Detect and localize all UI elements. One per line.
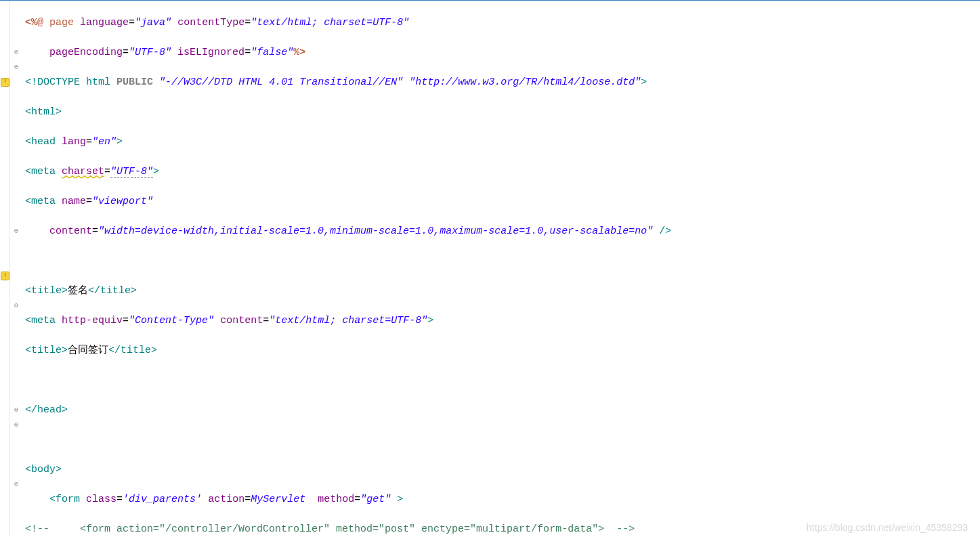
doctype-html: html: [86, 77, 110, 88]
tag-body: body: [31, 464, 56, 475]
val-meta-content: "text/html; charset=UTF-8": [269, 315, 427, 326]
val-viewport: "viewport": [92, 196, 153, 207]
val-language: "java": [135, 17, 171, 28]
warning-icon: !: [1, 78, 9, 87]
fold-icon[interactable]: ⊖: [12, 302, 20, 310]
attr-action: action: [208, 494, 244, 505]
fold-icon[interactable]: ⊖: [12, 406, 20, 414]
attr-httpequiv: http-equiv: [62, 315, 123, 326]
attr-content: content: [220, 315, 263, 326]
val-action: MyServlet: [251, 494, 305, 505]
attr-class: class: [86, 494, 116, 505]
attr-isELIgnored: isELIgnored: [177, 47, 244, 58]
fold-icon[interactable]: ⊖: [12, 64, 20, 72]
code-editor[interactable]: ! ! ⊖ ⊖ ⊖ ⊖ ⊖ ⊖ ⊖ <%@ page language="jav…: [0, 0, 980, 537]
attr-language: language: [80, 17, 129, 28]
attr-lang: lang: [62, 136, 86, 148]
tag-html: html: [31, 106, 56, 118]
val-charset: "UTF-8": [110, 166, 153, 178]
doctype-open: <!: [25, 77, 37, 88]
tag-head: head: [31, 136, 56, 148]
tag-title: title: [31, 345, 62, 356]
attr-pageEncoding: pageEncoding: [49, 47, 123, 58]
fold-icon[interactable]: ⊖: [12, 49, 20, 57]
val-lang: "en": [92, 136, 116, 148]
attr-charset: charset: [62, 166, 104, 177]
val-div-parents: 'div_parents': [123, 494, 202, 505]
comment-form: <!-- <form action="/controller/WordContr…: [25, 523, 635, 535]
tag-meta: meta: [31, 196, 56, 207]
fold-column: ⊖ ⊖ ⊖ ⊖ ⊖ ⊖ ⊖: [10, 1, 22, 537]
fold-icon[interactable]: ⊖: [12, 481, 20, 489]
doctype-uri: "http://www.w3.org/TR/html4/loose.dtd": [409, 77, 641, 88]
gutter: ! !: [0, 1, 10, 537]
fold-icon[interactable]: ⊖: [12, 421, 20, 429]
tag-title: title: [31, 285, 62, 297]
val-method: "get": [360, 494, 391, 505]
jsp-close-delim: %>: [293, 47, 305, 58]
tag-meta: meta: [31, 315, 56, 326]
doctype-fpi: "-//W3C//DTD HTML 4.01 Transitional//EN": [159, 77, 403, 88]
val-contentType: "text/html; charset=UTF-8": [251, 17, 409, 28]
val-isELIgnored: "false": [251, 47, 293, 58]
title2-text: 合同签订: [68, 345, 108, 356]
warning-icon: !: [1, 272, 9, 280]
attr-contentType: contentType: [177, 17, 244, 28]
doctype-public: PUBLIC: [116, 77, 153, 88]
val-pageEncoding: "UTF-8": [129, 47, 171, 58]
fold-icon[interactable]: ⊖: [12, 228, 20, 236]
attr-content: content: [49, 225, 92, 237]
val-httpequiv: "Content-Type": [129, 315, 214, 326]
title1-text: 签名: [68, 285, 88, 297]
val-viewport-content: "width=device-width,initial-scale=1.0,mi…: [98, 225, 653, 237]
attr-name: name: [62, 196, 86, 207]
tag-meta: meta: [31, 166, 56, 177]
attr-method: method: [318, 494, 354, 505]
jsp-page-keyword: page: [49, 17, 74, 28]
code-content[interactable]: <%@ page language="java" contentType="te…: [22, 1, 980, 537]
jsp-open-delim: <%@: [25, 17, 43, 28]
tag-form: form: [56, 494, 80, 505]
doctype-kw: DOCTYPE: [37, 77, 80, 88]
